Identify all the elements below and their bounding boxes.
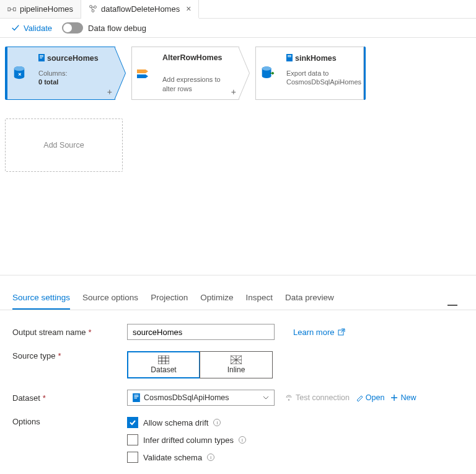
external-link-icon	[338, 328, 345, 336]
segment-inline[interactable]: Inline	[200, 351, 273, 378]
svg-rect-27	[134, 395, 139, 395]
validate-label: Validate	[24, 24, 52, 33]
svg-point-30	[288, 399, 289, 400]
tab-data-preview[interactable]: Data preview	[285, 289, 334, 310]
test-connection-label: Test connection	[296, 393, 350, 402]
output-stream-label: Output stream name *	[12, 328, 127, 337]
open-button[interactable]: Open	[356, 393, 385, 402]
svg-rect-29	[134, 398, 138, 398]
source-node[interactable]: sourceHomes Columns: 0 total +	[5, 47, 128, 100]
svg-point-5	[92, 10, 94, 12]
checkbox-validate-schema[interactable]	[127, 452, 138, 463]
chevron-right-icon	[239, 47, 252, 100]
table-icon	[158, 356, 169, 364]
tab-dataflow[interactable]: dataflowDeleteHomes ×	[81, 0, 199, 19]
svg-rect-18	[288, 56, 291, 57]
tab-source-options[interactable]: Source options	[82, 289, 138, 310]
svg-rect-0	[8, 7, 11, 11]
source-node-body: sourceHomes Columns: 0 total +	[31, 47, 115, 100]
source-title: sourceHomes	[47, 54, 99, 63]
learn-more-link[interactable]: Learn more	[293, 328, 345, 337]
tab-source-settings[interactable]: Source settings	[12, 289, 70, 310]
sink-desc1: Export data to	[286, 69, 356, 78]
inline-icon	[231, 356, 242, 364]
check-icon	[129, 419, 136, 426]
svg-rect-13	[40, 58, 42, 58]
tab-pipeline-label: pipelineHomes	[20, 4, 73, 14]
sink-desc2: CosmosDbSqlApiHomes	[286, 78, 356, 86]
alter-desc: Add expressions to alter rows	[162, 75, 231, 93]
tab-inspect[interactable]: Inspect	[245, 289, 273, 310]
source-settings-form: Output stream name * Learn more Source t…	[0, 310, 476, 474]
schema-drift-label: Allow schema drift	[143, 418, 208, 427]
toolbar: Validate Data flow debug	[0, 19, 476, 38]
svg-rect-16	[286, 54, 293, 61]
new-label: New	[400, 393, 416, 402]
alter-rows-icon	[136, 67, 151, 79]
alter-title: AlterRowHomes	[162, 53, 231, 62]
debug-toggle-wrap: Data flow debug	[62, 22, 146, 34]
segment-dataset-label: Dataset	[151, 365, 176, 374]
add-after-alter[interactable]: +	[231, 87, 236, 97]
tab-optimize[interactable]: Optimize	[200, 289, 233, 310]
sink-node[interactable]: sinkHomes Export data to CosmosDbSqlApiH…	[255, 47, 366, 100]
learn-more-label: Learn more	[293, 328, 334, 337]
panel-resize-handle[interactable]	[447, 305, 457, 307]
alterrow-node[interactable]: AlterRowHomes Add expressions to alter r…	[131, 47, 252, 100]
segment-inline-label: Inline	[227, 365, 245, 374]
validate-button[interactable]: Validate	[11, 24, 52, 33]
open-label: Open	[366, 393, 385, 402]
connection-icon	[284, 393, 293, 402]
add-source-label: Add Source	[43, 141, 84, 150]
doc-icon	[286, 54, 293, 61]
info-icon[interactable]: i	[213, 419, 221, 426]
flow-row: sourceHomes Columns: 0 total + AlterRowH…	[5, 47, 471, 100]
close-icon[interactable]: ×	[186, 4, 191, 14]
svg-rect-28	[134, 396, 139, 397]
infer-label: Infer drifted column types	[143, 436, 234, 445]
test-connection-button[interactable]: Test connection	[284, 393, 350, 402]
options-label: Options	[12, 417, 127, 426]
add-source-button[interactable]: Add Source	[5, 118, 123, 172]
svg-rect-20	[158, 356, 169, 364]
dataset-label: Dataset *	[12, 393, 127, 403]
tab-dataflow-label: dataflowDeleteHomes	[101, 4, 180, 14]
sink-icon-well	[255, 47, 279, 100]
dataflow-icon	[89, 4, 97, 13]
checkbox-schema-drift[interactable]	[127, 417, 138, 428]
doc-icon	[38, 54, 45, 61]
info-icon[interactable]: i	[239, 436, 246, 444]
debug-toggle[interactable]	[62, 22, 83, 34]
checkbox-infer[interactable]	[127, 434, 138, 445]
sink-node-body: sinkHomes Export data to CosmosDbSqlApiH…	[279, 47, 363, 100]
dataset-value: CosmosDbSqlApiHomes	[144, 393, 229, 402]
new-button[interactable]: New	[390, 393, 416, 402]
add-after-source[interactable]: +	[107, 87, 112, 97]
svg-rect-1	[14, 7, 16, 11]
svg-point-15	[262, 66, 271, 71]
database-arrow-icon	[260, 65, 275, 81]
node-accent-r	[363, 47, 366, 100]
tab-projection[interactable]: Projection	[151, 289, 188, 310]
svg-point-9	[14, 66, 25, 71]
alter-icon-well	[131, 47, 155, 100]
info-icon[interactable]: i	[207, 454, 214, 461]
segment-dataset[interactable]: Dataset	[127, 351, 200, 378]
check-icon	[11, 24, 20, 32]
svg-rect-11	[40, 55, 43, 56]
output-stream-input[interactable]	[127, 324, 275, 340]
pencil-icon	[356, 394, 363, 401]
tab-pipeline[interactable]: pipelineHomes	[0, 0, 81, 18]
source-type-segment: Dataset Inline	[127, 351, 273, 378]
chevron-right-icon	[115, 47, 128, 100]
svg-rect-17	[288, 55, 291, 56]
database-icon	[12, 65, 26, 81]
dataset-select[interactable]: CosmosDbSqlApiHomes	[127, 390, 275, 406]
source-icon-well	[7, 47, 31, 100]
dataset-actions: Test connection Open New	[284, 393, 416, 402]
sink-title: sinkHomes	[295, 54, 337, 63]
svg-rect-12	[40, 56, 43, 57]
source-type-label: Source type *	[12, 351, 127, 360]
chevron-down-icon	[263, 396, 269, 400]
svg-point-3	[90, 6, 92, 8]
